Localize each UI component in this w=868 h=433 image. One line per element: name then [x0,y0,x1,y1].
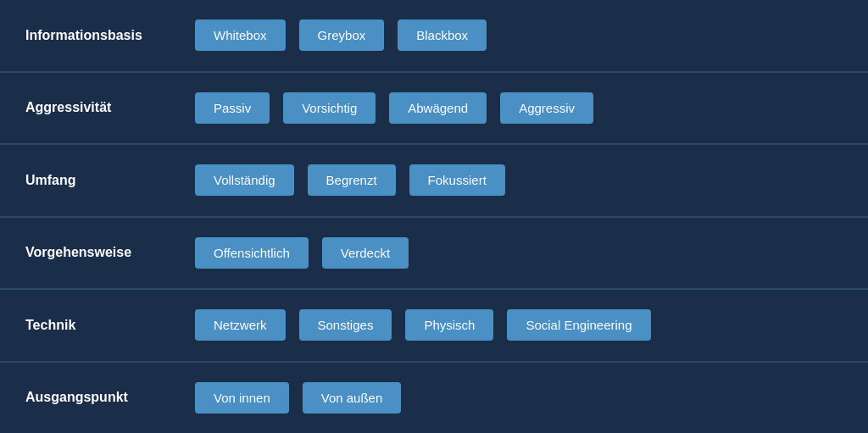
buttons-group-technik: NetzwerkSonstigesPhysischSocial Engineer… [195,309,651,341]
btn-aggressivitaet-2[interactable]: Abwägend [389,92,487,124]
btn-umfang-1[interactable]: Begrenzt [308,164,396,196]
main-container: InformationsbasisWhiteboxGreyboxBlackbox… [0,0,868,433]
btn-ausgangspunkt-0[interactable]: Von innen [195,382,289,414]
label-aggressivitaet: Aggressivität [25,100,195,115]
btn-technik-2[interactable]: Physisch [405,309,493,341]
buttons-group-aggressivitaet: PassivVorsichtigAbwägendAggressiv [195,92,593,124]
row-umfang: UmfangVollständigBegrenztFokussiert [0,145,868,218]
buttons-group-vorgehensweise: OffensichtlichVerdeckt [195,237,409,269]
row-vorgehensweise: VorgehensweiseOffensichtlichVerdeckt [0,218,868,291]
label-technik: Technik [25,318,195,333]
btn-aggressivitaet-1[interactable]: Vorsichtig [283,92,376,124]
btn-umfang-2[interactable]: Fokussiert [409,164,505,196]
row-technik: TechnikNetzwerkSonstigesPhysischSocial E… [0,290,868,363]
row-ausgangspunkt: AusgangspunktVon innenVon außen [0,363,868,434]
btn-technik-3[interactable]: Social Engineering [507,309,650,341]
btn-aggressivitaet-3[interactable]: Aggressiv [500,92,593,124]
label-umfang: Umfang [25,173,195,188]
btn-technik-0[interactable]: Netzwerk [195,309,286,341]
row-informationsbasis: InformationsbasisWhiteboxGreyboxBlackbox [0,0,868,73]
btn-ausgangspunkt-1[interactable]: Von außen [303,382,402,414]
row-aggressivitaet: AggressivitätPassivVorsichtigAbwägendAgg… [0,73,868,146]
buttons-group-ausgangspunkt: Von innenVon außen [195,382,401,414]
buttons-group-informationsbasis: WhiteboxGreyboxBlackbox [195,19,487,51]
btn-technik-1[interactable]: Sonstiges [299,309,392,341]
btn-umfang-0[interactable]: Vollständig [195,164,294,196]
btn-vorgehensweise-1[interactable]: Verdeckt [322,237,409,269]
btn-informationsbasis-0[interactable]: Whitebox [195,19,286,51]
btn-vorgehensweise-0[interactable]: Offensichtlich [195,237,309,269]
btn-informationsbasis-1[interactable]: Greybox [299,19,385,51]
label-ausgangspunkt: Ausgangspunkt [25,390,195,405]
btn-aggressivitaet-0[interactable]: Passiv [195,92,270,124]
label-vorgehensweise: Vorgehensweise [25,245,195,260]
label-informationsbasis: Informationsbasis [25,28,195,43]
buttons-group-umfang: VollständigBegrenztFokussiert [195,164,505,196]
btn-informationsbasis-2[interactable]: Blackbox [398,19,487,51]
